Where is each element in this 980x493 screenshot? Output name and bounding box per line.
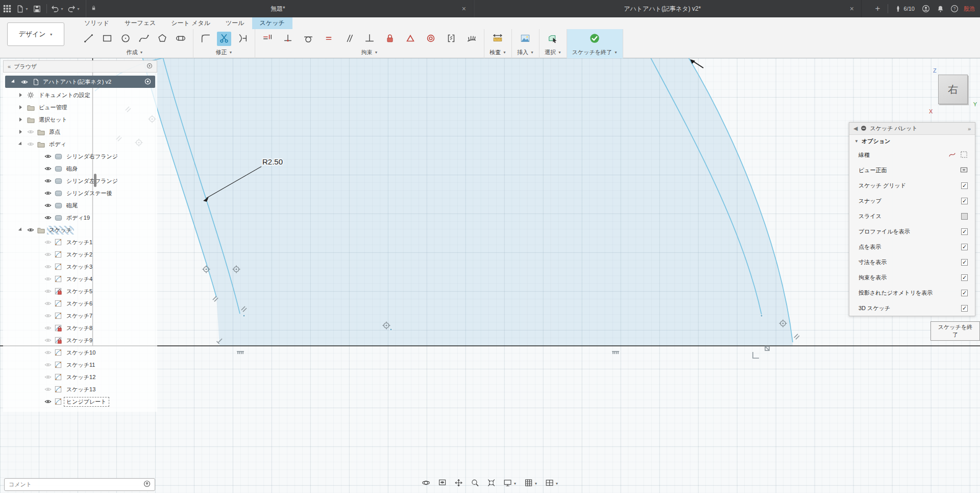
dot-constraint-glyph[interactable] xyxy=(761,315,763,317)
job-status-badge[interactable]: 6/10 xyxy=(890,5,919,13)
ribbon-tab-sheet-metal[interactable]: シート メタル xyxy=(163,17,218,29)
orbit-button[interactable] xyxy=(421,477,432,490)
concentric-button[interactable] xyxy=(424,32,438,46)
palette-collapse-left-icon[interactable]: ◀ xyxy=(853,125,857,132)
undo-icon[interactable]: ▼ xyxy=(49,0,65,17)
show-dimensions-checkbox[interactable]: ✓ xyxy=(961,259,968,266)
visibility-eye-icon[interactable] xyxy=(27,226,35,233)
visibility-eye-icon[interactable] xyxy=(44,251,52,258)
tree-item-sketch-5[interactable]: スケッチ5 xyxy=(3,285,157,297)
profile-icon[interactable] xyxy=(919,0,933,17)
visibility-eye-icon[interactable] xyxy=(44,312,52,319)
tree-item-body-cylinder-stay-rear[interactable]: シリンダステー後 xyxy=(3,187,157,199)
active-document-radio-icon[interactable] xyxy=(144,78,151,86)
tree-item-sketch-1[interactable]: スケッチ1 xyxy=(3,236,157,248)
visibility-eye-icon[interactable] xyxy=(44,300,52,307)
visibility-eye-icon[interactable] xyxy=(44,153,52,160)
tree-item-sketches[interactable]: スケッチ xyxy=(3,224,157,236)
visibility-eye-icon[interactable] xyxy=(27,140,35,148)
polygon-button[interactable] xyxy=(155,32,169,46)
fillet-button[interactable] xyxy=(199,32,213,46)
visibility-eye-icon[interactable] xyxy=(27,128,35,135)
visibility-eye-icon[interactable] xyxy=(44,398,52,405)
comb-constraint-glyph[interactable] xyxy=(612,351,619,354)
expander-icon[interactable] xyxy=(16,142,24,146)
close-tab-icon[interactable]: × xyxy=(847,5,857,13)
insert-image-button[interactable] xyxy=(518,32,532,46)
visibility-eye-icon[interactable] xyxy=(44,177,52,184)
palette-section-options[interactable]: ▼ オプション xyxy=(849,135,975,147)
tool-group-label-finish-sketch[interactable]: スケッチを終了▼ xyxy=(572,49,618,57)
grid-button[interactable]: ▼ xyxy=(523,477,539,490)
tree-item-sketch-9[interactable]: スケッチ9 xyxy=(3,334,157,346)
visibility-eye-icon[interactable] xyxy=(20,79,29,85)
view-cube[interactable]: Z 右 Y X xyxy=(925,67,978,114)
dot-constraint-glyph[interactable] xyxy=(390,328,392,331)
visibility-eye-icon[interactable] xyxy=(44,239,52,246)
comment-bar[interactable]: コメント xyxy=(4,478,155,491)
ribbon-tab-surface[interactable]: サーフェス xyxy=(117,17,163,29)
save-icon[interactable] xyxy=(30,0,44,17)
tree-item-body-cylinder-right-flange[interactable]: シリンダ右フランジ xyxy=(3,150,157,162)
tree-item-body-barrel[interactable]: 砲身 xyxy=(3,162,157,175)
tree-item-sketch-4[interactable]: スケッチ4 xyxy=(3,273,157,285)
pan-button[interactable] xyxy=(453,477,464,490)
comb-constraint-glyph[interactable] xyxy=(237,351,244,354)
minus-circle-icon[interactable] xyxy=(861,125,867,132)
curvature-button[interactable] xyxy=(464,32,479,46)
tree-item-sketch-10[interactable]: スケッチ10 xyxy=(3,346,157,359)
tree-item-sketch-hinge-plate[interactable]: ヒンジプレート xyxy=(3,395,157,408)
finish-sketch-button[interactable]: スケッチを終了 xyxy=(930,321,980,341)
viewports-button[interactable]: ▼ xyxy=(544,477,559,490)
tree-root-document[interactable]: アハトアハト(記事ネタ) v2 xyxy=(5,76,155,88)
show-projected-geometry-checkbox[interactable]: ✓ xyxy=(961,290,968,296)
select-cursor-button[interactable] xyxy=(546,32,560,46)
user-name[interactable]: 殷浩 xyxy=(962,5,980,13)
lbracket-constraint-glyph[interactable] xyxy=(753,352,759,358)
visibility-eye-icon[interactable] xyxy=(44,275,52,283)
horizontal-vertical-button[interactable] xyxy=(260,32,275,46)
tree-item-sketch-6[interactable]: スケッチ6 xyxy=(3,297,157,310)
coincident-button[interactable] xyxy=(281,32,295,46)
zoom-button[interactable] xyxy=(470,477,481,490)
tree-item-document-settings[interactable]: ドキュメントの設定 xyxy=(3,89,157,101)
fit-button[interactable] xyxy=(486,477,497,490)
collapse-panel-icon[interactable]: « xyxy=(8,63,11,69)
file-menu-icon[interactable]: ▼ xyxy=(14,0,30,17)
normal-line-icon[interactable] xyxy=(948,151,956,159)
equal-button[interactable] xyxy=(322,32,336,46)
tree-item-body-cylinder-left-flange[interactable]: シリンダ左フランジ xyxy=(3,175,157,187)
visibility-eye-icon[interactable] xyxy=(44,202,52,209)
notifications-bell-icon[interactable] xyxy=(933,0,947,17)
dimension-label[interactable]: R2.50 xyxy=(262,157,283,166)
app-grid-icon[interactable] xyxy=(0,0,14,17)
tree-item-sketch-11[interactable]: スケッチ11 xyxy=(3,359,157,371)
ribbon-tab-solid[interactable]: ソリッド xyxy=(77,17,117,29)
fix-button[interactable] xyxy=(383,32,397,46)
visibility-eye-icon[interactable] xyxy=(44,288,52,295)
visibility-eye-icon[interactable] xyxy=(44,349,52,356)
close-tab-icon[interactable]: × xyxy=(459,5,469,13)
visibility-eye-icon[interactable] xyxy=(44,373,52,381)
line-button[interactable] xyxy=(82,32,96,46)
expander-icon[interactable] xyxy=(9,80,17,84)
parallel-button[interactable] xyxy=(342,32,356,46)
slot-button[interactable] xyxy=(174,32,188,46)
visibility-eye-icon[interactable] xyxy=(44,337,52,344)
ribbon-tab-sketch[interactable]: スケッチ xyxy=(252,17,292,29)
browser-header[interactable]: « ブラウザ xyxy=(3,60,157,73)
tangent-button[interactable] xyxy=(301,32,315,46)
slice-checkbox[interactable] xyxy=(961,213,968,220)
show-profile-checkbox[interactable]: ✓ xyxy=(961,228,968,235)
snap-checkbox[interactable]: ✓ xyxy=(961,198,968,204)
browser-scrollbar-thumb[interactable] xyxy=(94,174,96,187)
3d-sketch-checkbox[interactable]: ✓ xyxy=(961,305,968,312)
symmetry-button[interactable] xyxy=(444,32,458,46)
expander-icon[interactable] xyxy=(16,228,24,232)
visibility-eye-icon[interactable] xyxy=(44,165,52,172)
ribbon-tab-tools[interactable]: ツール xyxy=(218,17,252,29)
visibility-eye-icon[interactable] xyxy=(44,324,52,332)
tree-item-sketch-12[interactable]: スケッチ12 xyxy=(3,371,157,383)
tool-group-label-create[interactable]: 作成▼ xyxy=(127,49,143,57)
finish-check-button[interactable] xyxy=(587,32,602,46)
